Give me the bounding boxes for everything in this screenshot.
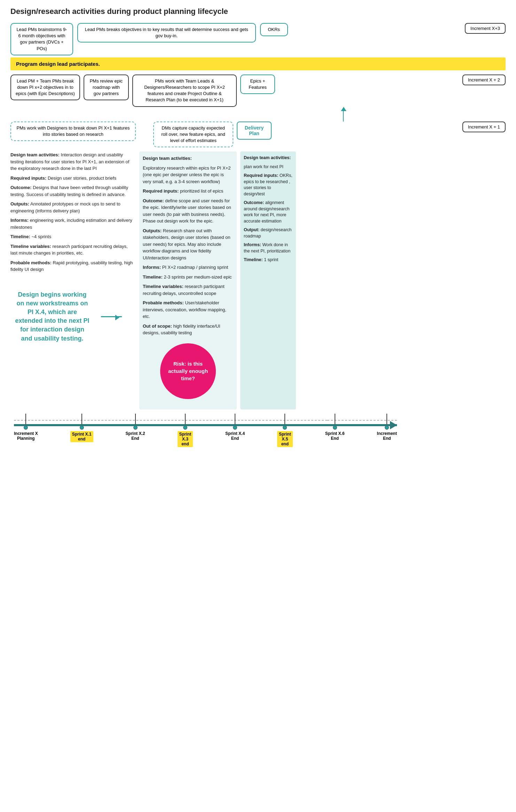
marker-label-sx6: Sprint X.6End: [325, 431, 345, 441]
marker-line-incend: [386, 414, 387, 424]
marker-incend: IncrementEnd: [377, 414, 397, 447]
design-begins-text: Design begins working on new workstreams…: [10, 283, 94, 350]
right-heading: Design team activities:: [244, 155, 291, 160]
marker-circle-sx3: [183, 425, 187, 430]
mid-required-text: prioritized list of epics: [180, 188, 223, 194]
marker-label-incx: Increment XPlanning: [14, 431, 38, 441]
left-probable-label: Probable methods:: [10, 260, 52, 265]
right-output-label: Output:: [244, 227, 259, 232]
marker-line-sx6: [335, 414, 335, 424]
mid-outputs-label: Outputs:: [143, 228, 162, 233]
mid-probable-label: Probable methods:: [143, 300, 184, 305]
upward-arrow-container: [10, 108, 506, 122]
lower-box-1: PMs work with Designers to break down PI…: [10, 122, 136, 141]
marker-sx2: Sprint X.2End: [126, 414, 145, 447]
mid-column: Design team activities: Exploratory rese…: [139, 151, 237, 409]
lower-box-delivery-plan: Delivery Plan: [237, 122, 272, 140]
marker-circle-sx2: [133, 425, 138, 430]
marker-label-sx2: Sprint X.2End: [126, 431, 145, 441]
mid-heading: Design team activities:: [143, 156, 192, 161]
yellow-banner: Program design lead participates.: [10, 57, 506, 70]
increment-x3: Increment X+3: [465, 23, 506, 34]
increment-x2: Increment X + 2: [462, 75, 506, 85]
marker-circle-incend: [385, 425, 389, 430]
right-informs-label: Informs:: [244, 242, 261, 247]
marker-label-sx5: SprintX.5end: [277, 431, 293, 447]
right-timeline-label: Timeline:: [244, 257, 263, 262]
marker-label-sx1: Sprint X.1end: [70, 431, 93, 442]
left-informs-label: Informs:: [10, 218, 29, 223]
marker-line-sx5: [284, 414, 285, 424]
marker-circle-sx5: [283, 425, 287, 430]
lower-row: PMs work with Designers to break down PI…: [10, 122, 506, 148]
marker-label-sx3: SprintX.3end: [178, 431, 193, 447]
mid-box-3: PMs work with Team Leads & Designers/Res…: [132, 75, 237, 107]
marker-circle-sx1: [80, 425, 84, 430]
risk-circle: Risk: is this actually enough time?: [160, 343, 216, 399]
timeline-bar-container: Increment XPlanning Sprint X.1end Sprint…: [14, 424, 397, 426]
left-timeline-label: Timeline:: [10, 234, 30, 239]
mid-heading-text: Exploratory research within epics for PI…: [143, 165, 231, 184]
marker-row: Increment XPlanning Sprint X.1end Sprint…: [14, 414, 397, 447]
lower-box-2: DMs capture capacity expected roll over,…: [153, 122, 233, 148]
left-column: Design team activities: Interaction desi…: [10, 151, 136, 409]
top-box-1: Lead PMs brainstorms 9-6 month objective…: [10, 23, 73, 55]
marker-incx: Increment XPlanning: [14, 414, 38, 447]
page-title: Design/research activities during produc…: [10, 7, 506, 16]
mid-oos-label: Out of scope:: [143, 323, 172, 329]
mid-timeline-label: Timeline:: [143, 274, 163, 280]
timeline-section: Increment XPlanning Sprint X.1end Sprint…: [10, 420, 506, 426]
marker-sx4: Sprint X.4End: [225, 414, 245, 447]
left-timelinevars-label: Timeline variables:: [10, 244, 51, 249]
top-box-okrs: OKRs: [260, 23, 288, 36]
right-timeline-text: 1 sprint: [264, 257, 278, 262]
marker-sx1: Sprint X.1end: [70, 414, 93, 447]
marker-line-sx4: [235, 414, 235, 424]
marker-line-incx: [25, 414, 26, 424]
left-heading: Design team activities:: [10, 152, 60, 157]
left-informs-text: engineering work, including estimation a…: [10, 218, 132, 230]
upward-arrow: [343, 108, 344, 122]
marker-line-sx2: [135, 414, 136, 424]
mid-required-label: Required inputs:: [143, 188, 179, 194]
marker-circle-sx4: [233, 425, 237, 430]
marker-line-sx1: [81, 414, 82, 424]
middle-row: Lead PM + Team PMs break down PI x+2 obj…: [10, 75, 506, 107]
marker-label-incend: IncrementEnd: [377, 431, 397, 441]
left-required-label: Required inputs:: [10, 175, 46, 181]
mid-box-2: PMs review epic roadmap with gov partner…: [84, 75, 129, 101]
mid-timelinevars-label: Timeline variables:: [143, 284, 183, 289]
content-area: Design team activities: Interaction desi…: [10, 151, 506, 409]
left-timeline-text: ~4 sprints: [31, 234, 51, 239]
right-outcome-label: Outcome:: [244, 200, 264, 205]
top-section: Lead PMs brainstorms 9-6 month objective…: [10, 23, 506, 55]
marker-circle-incx: [24, 425, 28, 430]
left-outcome-label: Outcome:: [10, 185, 32, 190]
design-begins-container: Design begins working on new workstreams…: [10, 283, 136, 350]
marker-label-sx4: Sprint X.4End: [225, 431, 245, 441]
mid-informs-text: PI X+2 roadmap / planning sprint: [162, 265, 228, 270]
right-required-label: Required inputs:: [244, 173, 278, 178]
increment-x1: Increment X + 1: [462, 122, 506, 132]
right-heading-text: plan work for next PI: [244, 164, 283, 169]
marker-sx6: Sprint X.6End: [325, 414, 345, 447]
mid-box-epics: Epics + Features: [240, 75, 275, 94]
marker-sx5: SprintX.5end: [277, 414, 293, 447]
marker-sx3: SprintX.3end: [178, 414, 193, 447]
mid-timeline-text: 2-3 sprints per medium-sized epic: [164, 274, 232, 280]
left-required-text: Design user stories, product briefs: [48, 175, 116, 181]
marker-circle-sx6: [333, 425, 337, 430]
top-box-2: Lead PMs breaks objectives in to key res…: [77, 23, 256, 42]
mid-informs-label: Informs:: [143, 265, 161, 270]
arrow-container: [100, 316, 123, 317]
mid-box-1: Lead PM + Team PMs break down PI x+2 obj…: [10, 75, 80, 101]
right-column: Design team activities: plan work for ne…: [240, 151, 296, 409]
left-outputs-label: Outputs:: [10, 201, 29, 206]
marker-line-sx3: [185, 414, 186, 424]
right-arrow-icon: [101, 316, 122, 317]
mid-outcome-label: Outcome:: [143, 198, 164, 203]
